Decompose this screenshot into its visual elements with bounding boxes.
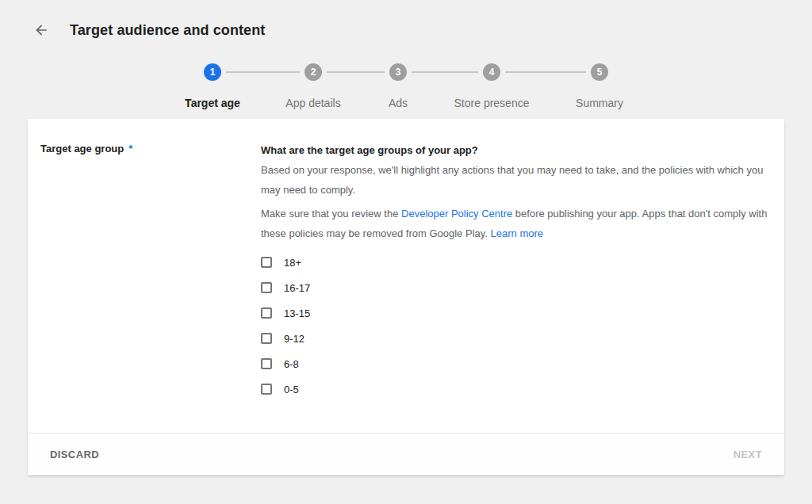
step-connector [327, 71, 385, 73]
learn-more-link[interactable]: Learn more [491, 227, 543, 239]
checkbox-9-12[interactable] [261, 333, 272, 344]
age-label: 0-5 [284, 384, 299, 395]
checkbox-6-8[interactable] [261, 358, 272, 369]
page-title: Target audience and content [70, 22, 265, 39]
step-4-label: Store presence [454, 97, 530, 109]
step-connector [226, 71, 300, 73]
form-row: Target age group* What are the target ag… [28, 119, 784, 433]
description-text: Based on your response, we'll highlight … [261, 160, 772, 200]
age-group-row: 13-15 [261, 300, 772, 326]
age-label: 18+ [284, 257, 301, 269]
page-header: Target audience and content [32, 21, 265, 40]
step-3-label: Ads [389, 97, 408, 109]
field-label-text: Target age group [40, 143, 124, 155]
arrow-left-icon [33, 22, 49, 38]
checkbox-16-17[interactable] [261, 282, 272, 293]
age-group-row: 6-8 [261, 351, 772, 376]
age-group-row: 16-17 [261, 275, 772, 300]
form-footer: DISCARD NEXT [28, 433, 784, 475]
step-connector [412, 71, 478, 73]
age-label: 6-8 [284, 358, 299, 370]
checkbox-0-5[interactable] [261, 384, 272, 395]
policy-note: Make sure that you review the Developer … [261, 204, 772, 243]
required-asterisk: * [128, 143, 132, 155]
age-label: 13-15 [284, 307, 310, 319]
checkbox-18-plus[interactable] [261, 257, 272, 268]
question-text: What are the target age groups of your a… [261, 143, 772, 158]
step-5-circle: 5 [591, 63, 608, 81]
age-label: 9-12 [284, 333, 304, 345]
field-content: What are the target age groups of your a… [261, 143, 772, 433]
back-button[interactable] [32, 21, 51, 40]
field-label: Target age group* [40, 143, 261, 433]
wizard-stepper: 1 2 3 4 5 Target age App details Ads Sto… [0, 63, 812, 114]
discard-button[interactable]: DISCARD [50, 449, 99, 460]
step-2-circle: 2 [304, 63, 322, 81]
age-group-list: 18+ 16-17 13-15 9-12 6-8 [261, 250, 772, 402]
checkbox-13-15[interactable] [261, 307, 272, 319]
age-group-row: 9-12 [261, 326, 772, 351]
step-3-circle: 3 [389, 63, 407, 81]
age-group-row: 0-5 [261, 376, 772, 402]
policy-text-before: Make sure that you review the [261, 208, 401, 220]
next-button[interactable]: NEXT [733, 449, 762, 460]
age-group-row: 18+ [261, 250, 772, 275]
developer-policy-link[interactable]: Developer Policy Centre [401, 208, 512, 220]
step-4-circle: 4 [483, 63, 500, 81]
form-card: Target age group* What are the target ag… [28, 119, 784, 475]
step-1-circle: 1 [204, 63, 221, 81]
step-1-label: Target age [185, 97, 240, 109]
age-label: 16-17 [284, 282, 310, 294]
step-5-label: Summary [576, 97, 623, 109]
step-2-label: App details [285, 97, 340, 109]
step-connector [505, 71, 586, 73]
